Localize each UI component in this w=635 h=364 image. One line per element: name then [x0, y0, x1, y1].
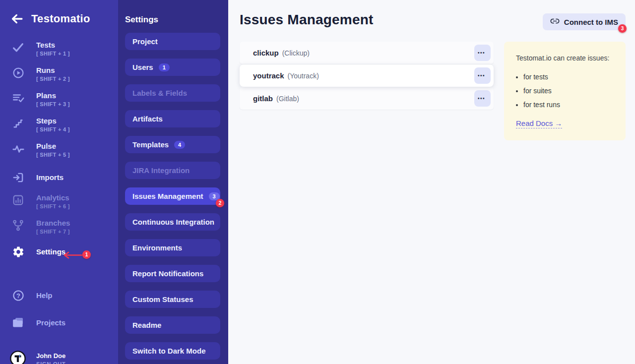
sidebar-item-help[interactable]: ? Help — [0, 289, 118, 302]
read-docs-link[interactable]: Read Docs → — [516, 119, 562, 128]
settings-item-artifacts[interactable]: Artifacts — [125, 110, 220, 127]
sidebar-item-analytics[interactable]: Analytics [ SHIFT + 6 ] — [0, 193, 118, 209]
settings-item-templates[interactable]: Templates4 — [125, 136, 220, 153]
issue-row-youtrack: youtrack (Youtrack) ••• — [240, 64, 494, 87]
secondary-nav: ? Help Projects — [0, 289, 118, 343]
settings-heading: Settings — [125, 15, 228, 25]
sidebar-item-pulse[interactable]: Pulse [ SHIFT + 5 ] — [0, 142, 118, 158]
settings-nav-list: Project Users1 Labels & Fields Artifacts… — [118, 33, 228, 360]
annotation-step-1: 1 — [82, 250, 91, 259]
play-circle-icon — [11, 66, 25, 79]
settings-item-readme[interactable]: Readme — [125, 316, 220, 334]
issue-row-clickup: clickup (Clickup) ••• — [240, 42, 494, 64]
help-circle-icon: ? — [11, 289, 25, 302]
back-arrow-icon[interactable] — [10, 12, 24, 26]
settings-item-environments[interactable]: Environments — [125, 239, 220, 256]
sidebar-item-runs[interactable]: Runs [ SHIFT + 2 ] — [0, 66, 118, 82]
sidebar-item-tests[interactable]: Tests [ SHIFT + 1 ] — [0, 41, 118, 57]
user-name: John Doe — [36, 352, 66, 360]
info-bullet: for suites — [523, 87, 617, 95]
sidebar-item-steps[interactable]: Steps [ SHIFT + 4 ] — [0, 117, 118, 132]
settings-panel: Settings Project Users1 Labels & Fields … — [118, 0, 228, 364]
settings-item-labels-fields: Labels & Fields — [125, 84, 220, 102]
avatar[interactable] — [10, 351, 26, 364]
row-menu-button[interactable]: ••• — [474, 67, 491, 84]
row-menu-button[interactable]: ••• — [474, 45, 491, 61]
annotation-step-2: 2 — [216, 199, 224, 207]
sidebar-item-projects[interactable]: Projects — [0, 315, 118, 329]
settings-item-jira-integration: JIRA Integration — [125, 162, 220, 179]
info-bullet: for test runs — [523, 101, 617, 109]
check-icon — [11, 41, 25, 54]
app-logo-row: Testomatio — [0, 0, 118, 26]
bar-chart-icon — [11, 194, 25, 206]
row-menu-button[interactable]: ••• — [474, 90, 491, 107]
info-panel-title: Testomat.io can create issues: — [516, 54, 617, 62]
settings-item-dark-mode-toggle[interactable]: Switch to Dark Mode — [125, 342, 220, 360]
primary-nav: Tests [ SHIFT + 1 ] Runs [ SHIFT + 2 ] P… — [0, 41, 118, 268]
git-branch-icon — [11, 219, 25, 232]
settings-item-report-notifications[interactable]: Report Notifications — [125, 265, 220, 282]
connect-to-ims-button[interactable]: Connect to IMS — [543, 13, 626, 30]
svg-text:?: ? — [16, 292, 20, 300]
settings-item-project[interactable]: Project — [125, 33, 220, 50]
gear-icon — [11, 245, 25, 258]
sidebar-item-branches[interactable]: Branches [ SHIFT + 7 ] — [0, 219, 118, 235]
pulse-icon — [11, 142, 25, 155]
sidebar-item-settings[interactable]: Settings — [0, 245, 118, 258]
main-content: Issues Management Connect to IMS clickup… — [228, 0, 635, 364]
settings-item-users[interactable]: Users1 — [125, 59, 220, 76]
ellipsis-icon: ••• — [478, 50, 485, 56]
ellipsis-icon: ••• — [478, 96, 485, 101]
templates-count-badge: 4 — [174, 141, 185, 149]
info-bullet: for tests — [523, 73, 617, 81]
app-title: Testomatio — [31, 12, 90, 25]
link-icon — [550, 16, 560, 27]
users-count-badge: 1 — [159, 63, 170, 71]
ellipsis-icon: ••• — [478, 73, 485, 78]
sidebar-item-plans[interactable]: Plans [ SHIFT + 3 ] — [0, 91, 118, 107]
sidebar-item-imports[interactable]: Imports — [0, 171, 118, 184]
issues-list: clickup (Clickup) ••• youtrack (Youtrack… — [240, 42, 494, 110]
settings-item-continuous-integration[interactable]: Continuous Integration — [125, 213, 220, 231]
primary-sidebar: Testomatio Tests [ SHIFT + 1 ] Runs [ SH… — [0, 0, 118, 364]
info-panel: Testomat.io can create issues: for tests… — [504, 42, 626, 140]
info-bullet-list: for tests for suites for test runs — [516, 73, 617, 109]
sign-out-link[interactable]: SIGN OUT — [36, 361, 66, 364]
annotation-arrow-icon — [62, 251, 83, 261]
user-row: John Doe SIGN OUT — [0, 351, 118, 364]
import-icon — [11, 171, 25, 184]
folder-icon — [11, 316, 25, 329]
settings-item-custom-statuses[interactable]: Custom Statuses — [125, 291, 220, 308]
list-check-icon — [11, 92, 25, 105]
issue-row-gitlab: gitlab (Gitlab) ••• — [240, 87, 494, 110]
annotation-step-3: 3 — [618, 24, 627, 33]
stairs-icon — [11, 117, 25, 129]
settings-item-issues-management[interactable]: Issues Management3 — [125, 187, 220, 205]
